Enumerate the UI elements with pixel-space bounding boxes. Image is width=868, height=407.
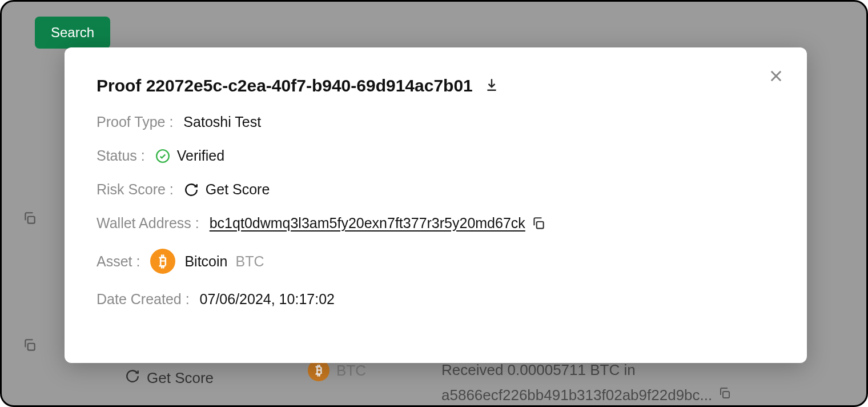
refresh-icon[interactable] xyxy=(184,182,199,197)
field-label: Status xyxy=(97,147,145,164)
copy-icon[interactable] xyxy=(531,216,546,231)
copy-icon[interactable] xyxy=(22,211,37,228)
field-proof-type: Proof Type Satoshi Test xyxy=(97,114,775,130)
field-wallet-address: Wallet Address bc1qt0dwmq3l3am5fy20exn7f… xyxy=(97,215,775,232)
field-label: Proof Type xyxy=(97,114,173,130)
field-risk-score: Risk Score Get Score xyxy=(97,181,775,198)
copy-icon[interactable] xyxy=(22,338,37,355)
field-status: Status Verified xyxy=(97,147,775,164)
download-icon[interactable] xyxy=(484,77,499,94)
asset-ticker: BTC xyxy=(235,253,264,270)
svg-rect-0 xyxy=(28,217,35,224)
close-icon[interactable] xyxy=(768,68,784,86)
field-asset: Asset ₿ Bitcoin BTC xyxy=(97,249,775,274)
check-circle-icon xyxy=(155,149,170,163)
bg-get-score-label[interactable]: Get Score xyxy=(147,369,214,387)
bg-asset-ticker: BTC xyxy=(336,362,366,380)
search-button[interactable]: Search xyxy=(35,17,110,49)
bg-received-text: Received 0.00005711 BTC in a5866ecf226bb… xyxy=(441,360,732,406)
proof-detail-modal: Proof 22072e5c-c2ea-40f7-b940-69d914ac7b… xyxy=(65,47,807,363)
get-score-button[interactable]: Get Score xyxy=(206,181,270,198)
bg-get-score-row: Get Score xyxy=(125,369,214,388)
svg-rect-2 xyxy=(723,392,729,398)
modal-title: Proof 22072e5c-c2ea-40f7-b940-69d914ac7b… xyxy=(97,76,473,95)
field-label: Risk Score xyxy=(97,181,174,198)
wallet-address-link[interactable]: bc1qt0dwmq3l3am5fy20exn7ft377r3r5y20md67… xyxy=(210,215,525,232)
svg-rect-6 xyxy=(537,221,544,228)
field-label: Date Created xyxy=(97,291,190,308)
field-value: Verified xyxy=(177,147,224,164)
bg-received-line2: a5866ecf226bb491b313f02ab9f22d9bc... xyxy=(441,385,712,406)
field-label: Asset xyxy=(97,253,140,270)
bitcoin-icon: ₿ xyxy=(150,249,175,274)
field-label: Wallet Address xyxy=(97,215,199,232)
refresh-icon[interactable] xyxy=(125,369,140,388)
copy-icon[interactable] xyxy=(718,385,732,406)
backdrop: Search Get Score ₿ BTC Received 0.000057… xyxy=(0,0,868,407)
field-value: 07/06/2024, 10:17:02 xyxy=(200,291,335,308)
field-value: Satoshi Test xyxy=(183,114,261,130)
asset-name: Bitcoin xyxy=(184,253,227,270)
svg-rect-1 xyxy=(28,344,35,350)
modal-title-row: Proof 22072e5c-c2ea-40f7-b940-69d914ac7b… xyxy=(97,76,775,95)
field-date-created: Date Created 07/06/2024, 10:17:02 xyxy=(97,291,775,308)
